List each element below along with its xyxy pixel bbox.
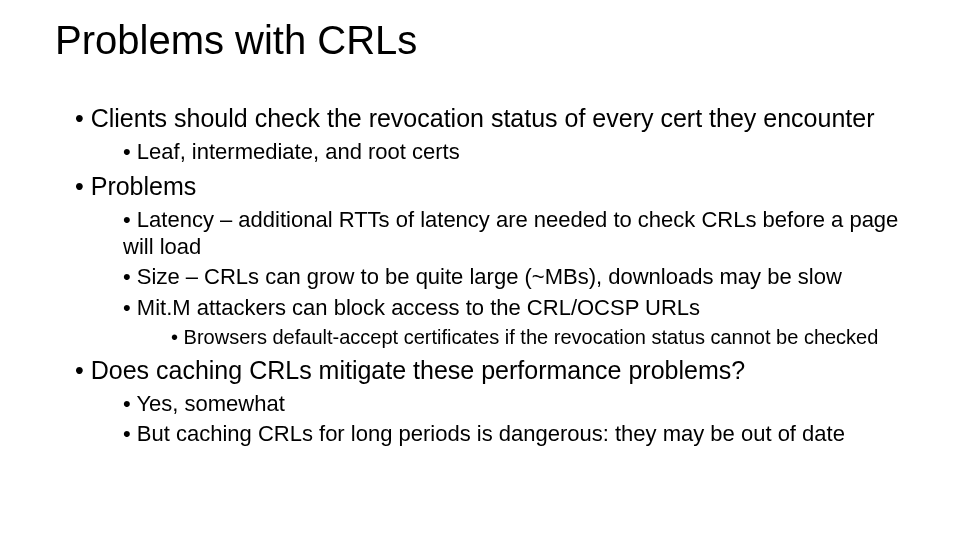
bullet-text: Clients should check the revocation stat… bbox=[91, 104, 875, 132]
slide: Problems with CRLs Clients should check … bbox=[0, 0, 960, 540]
bullet-text: Mit.M attackers can block access to the … bbox=[137, 295, 700, 320]
slide-title: Problems with CRLs bbox=[55, 18, 905, 63]
bullet-text: Size – CRLs can grow to be quite large (… bbox=[137, 264, 842, 289]
bullet-text: Yes, somewhat bbox=[136, 391, 284, 416]
bullet-level2: Size – CRLs can grow to be quite large (… bbox=[123, 264, 905, 290]
bullet-level1: Clients should check the revocation stat… bbox=[75, 103, 905, 165]
bullet-level3: Browsers default-accept certificates if … bbox=[171, 325, 905, 349]
bullet-text: Leaf, intermediate, and root certs bbox=[137, 139, 460, 164]
bullet-text: But caching CRLs for long periods is dan… bbox=[137, 421, 845, 446]
bullet-level2: Latency – additional RTTs of latency are… bbox=[123, 207, 905, 260]
bullet-level2: Leaf, intermediate, and root certs bbox=[123, 139, 905, 165]
bullet-level2: Yes, somewhat bbox=[123, 391, 905, 417]
bullet-text: Problems bbox=[91, 172, 197, 200]
bullet-text: Does caching CRLs mitigate these perform… bbox=[91, 356, 745, 384]
bullet-level2: But caching CRLs for long periods is dan… bbox=[123, 421, 905, 447]
bullet-list: Clients should check the revocation stat… bbox=[75, 103, 905, 448]
bullet-text: Latency – additional RTTs of latency are… bbox=[123, 207, 898, 258]
bullet-level1: Does caching CRLs mitigate these perform… bbox=[75, 355, 905, 448]
bullet-level2: Mit.M attackers can block access to the … bbox=[123, 295, 905, 349]
bullet-level1: Problems Latency – additional RTTs of la… bbox=[75, 171, 905, 349]
bullet-text: Browsers default-accept certificates if … bbox=[184, 326, 879, 348]
